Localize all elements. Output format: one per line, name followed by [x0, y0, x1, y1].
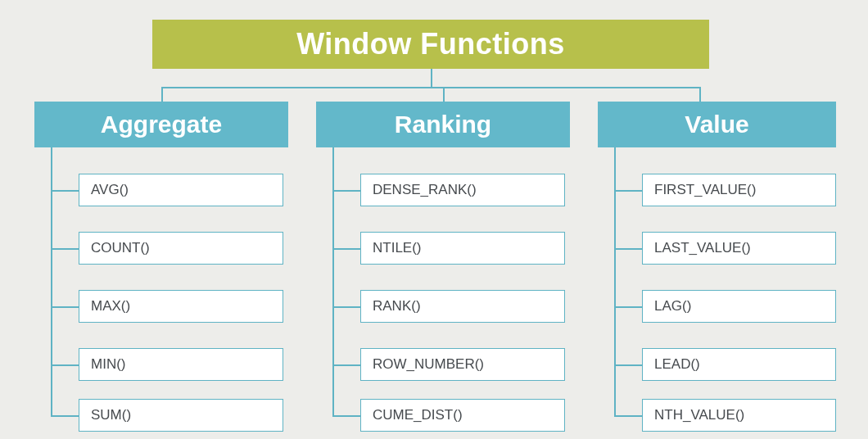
branch-aggregate-1 [51, 248, 79, 250]
leaf-min: MIN() [79, 348, 283, 381]
branch-aggregate-2 [51, 306, 79, 308]
branch-ranking-0 [332, 190, 360, 192]
leaf-cume-dist: CUME_DIST() [360, 399, 565, 432]
branch-ranking-2 [332, 306, 360, 308]
branch-value-1 [614, 248, 642, 250]
leaf-sum: SUM() [79, 399, 283, 432]
connector-drop-ranking [443, 87, 445, 102]
branch-aggregate-4 [51, 415, 79, 417]
leaf-row-number: ROW_NUMBER() [360, 348, 565, 381]
category-aggregate: Aggregate [34, 102, 288, 147]
branch-aggregate-3 [51, 364, 79, 366]
category-ranking: Ranking [316, 102, 570, 147]
leaf-max: MAX() [79, 290, 283, 323]
connector-drop-value [699, 87, 701, 102]
leaf-first-value: FIRST_VALUE() [642, 174, 836, 206]
root-title: Window Functions [152, 20, 709, 69]
category-value: Value [598, 102, 836, 147]
connector-root-stem [431, 69, 432, 87]
branch-value-3 [614, 364, 642, 366]
branch-ranking-4 [332, 415, 360, 417]
branch-ranking-1 [332, 248, 360, 250]
connector-drop-aggregate [161, 87, 163, 102]
leaf-lead: LEAD() [642, 348, 836, 381]
leaf-rank: RANK() [360, 290, 565, 323]
branch-value-2 [614, 306, 642, 308]
branch-value-0 [614, 190, 642, 192]
leaf-ntile: NTILE() [360, 232, 565, 265]
leaf-nth-value: NTH_VALUE() [642, 399, 836, 432]
branch-aggregate-0 [51, 190, 79, 192]
connector-horizontal [161, 87, 701, 88]
branch-ranking-3 [332, 364, 360, 366]
leaf-last-value: LAST_VALUE() [642, 232, 836, 265]
spine-value [614, 147, 616, 415]
leaf-avg: AVG() [79, 174, 283, 206]
spine-aggregate [51, 147, 52, 415]
branch-value-4 [614, 415, 642, 417]
leaf-lag: LAG() [642, 290, 836, 323]
spine-ranking [332, 147, 334, 415]
leaf-count: COUNT() [79, 232, 283, 265]
leaf-dense-rank: DENSE_RANK() [360, 174, 565, 206]
